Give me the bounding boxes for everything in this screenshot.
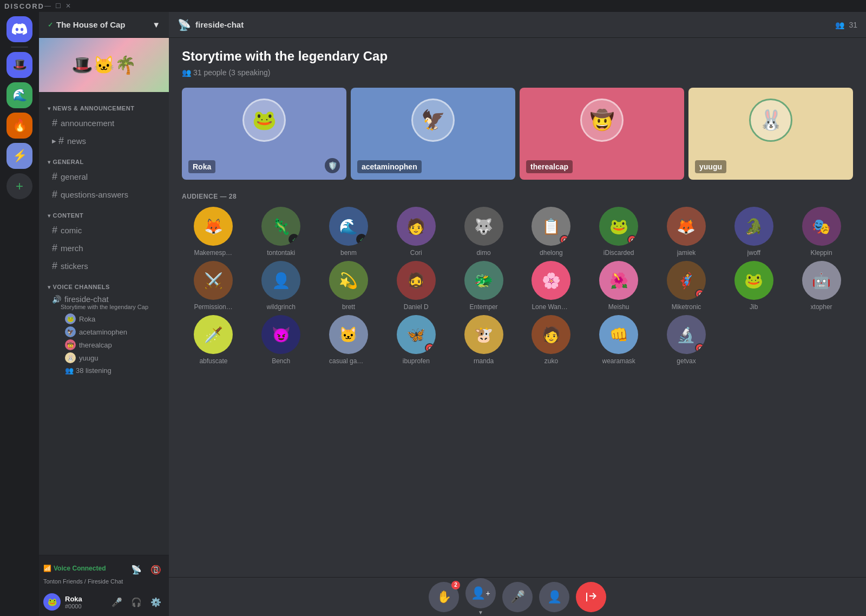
raise-hand-badge: 2 [451, 581, 460, 589]
audience-member-name: wildgrinch [267, 303, 296, 311]
channel-item-questions[interactable]: # questions-answers [43, 186, 165, 203]
hash-icon: # [52, 260, 57, 272]
audience-member: 🐺dimo [452, 207, 515, 257]
category-news-announcement[interactable]: ▾ NEWS & ANNOUNCEMENT [39, 96, 169, 114]
audience-avatar: 👤 [261, 261, 300, 300]
server-icon-4[interactable]: ⚡ [6, 143, 32, 169]
audience-avatar: 🧑 [532, 315, 570, 354]
channel-item-announcement[interactable]: # announcement [43, 114, 165, 132]
hash-icon: # [58, 135, 64, 147]
audience-member-name: Lone Wanderer [532, 303, 570, 311]
mute-button[interactable]: 🎤 [108, 593, 126, 611]
audience-avatar: 🐮 [464, 315, 503, 354]
speaker-name-roka: Roka [188, 160, 215, 173]
audience-member: 🦎✓tontontaki [250, 207, 313, 257]
speaker-name-therealcap: therealcap [526, 160, 573, 173]
headphones-button[interactable]: 🎧 [128, 593, 145, 611]
user-controls: 🎤 🎧 ⚙️ [108, 593, 165, 611]
server-icon-3[interactable]: 🔥 [6, 113, 32, 139]
leave-stage-button[interactable] [576, 582, 606, 612]
audience-member: 📋🔇dhelong [520, 207, 583, 257]
audience-member-name: iDiscarded [603, 249, 634, 257]
minimize-button[interactable]: — [44, 2, 51, 10]
audience-grid: 🦊Makemespeakrr🦎✓tontontaki🌊✓benm🧑Cori🐺di… [182, 207, 853, 365]
add-server-button[interactable]: + [6, 173, 32, 199]
category-content[interactable]: ▾ CONTENT [39, 204, 169, 221]
close-button[interactable]: ✕ [65, 2, 71, 10]
shield-icon: 🛡️ [325, 158, 340, 173]
audience-member-name: Bench [272, 357, 290, 365]
audience-section: AUDIENCE — 28 🦊Makemespeakrr🦎✓tontontaki… [182, 193, 853, 365]
audience-avatar: 🗡️ [194, 315, 233, 354]
maximize-button[interactable]: ☐ [55, 2, 61, 10]
audience-avatar: ⚔️ [194, 261, 233, 300]
category-voice[interactable]: ▾ VOICE CHANNELS [39, 275, 169, 292]
audience-member-name: brett [342, 303, 355, 311]
voice-disconnect-icon[interactable]: 📵 [147, 561, 165, 578]
voice-user-avatar: 🐸 [65, 313, 76, 324]
category-general[interactable]: ▾ GENERAL [39, 150, 169, 167]
server-banner: 🎩🐱🌴 [39, 38, 169, 92]
server-icon-discord[interactable] [6, 16, 32, 42]
audience-member: 🌺Meishu [587, 261, 651, 311]
mute-icon: 🔇 [425, 343, 435, 353]
stage-meta: 👥 31 people (3 speaking) [182, 68, 853, 77]
audience-header: AUDIENCE — 28 [182, 193, 853, 200]
people-icon: 👥 [65, 366, 74, 375]
mic-button[interactable]: 🎤 [502, 582, 533, 612]
hash-icon: # [52, 243, 57, 254]
audience-member-name: ibuprofen [403, 357, 430, 365]
mute-icon: 🔇 [695, 343, 705, 353]
server-icon-2[interactable]: 🌊 [6, 82, 32, 108]
settings-button[interactable]: ⚙️ [147, 593, 165, 611]
speaker-name-yuugu: yuugu [695, 160, 726, 173]
audience-member: 🐊jwoff [722, 207, 785, 257]
stage-area: Storytime with the legendary Cap 👥 31 pe… [169, 38, 866, 577]
window-controls[interactable]: — ☐ ✕ [44, 2, 71, 10]
voice-user-avatar: 🤠 [65, 339, 76, 350]
audience-avatar: 📋🔇 [532, 207, 570, 246]
audience-avatar: 👊 [599, 315, 638, 354]
add-user-button[interactable]: 👤 [539, 582, 569, 612]
channel-item-merch[interactable]: # merch [43, 239, 165, 257]
audience-member: 🐸🔇iDiscarded [587, 207, 651, 257]
stage-channel-icon: 📡 [178, 18, 191, 31]
audience-member-name: Makemespeakrr [194, 249, 233, 257]
header-right: 👥 31 [835, 21, 857, 29]
audience-member: 😈Bench [250, 315, 313, 365]
voice-user-acetaminophen: 🦅 acetaminophen [52, 325, 160, 338]
voice-user-yuugu: 🐰 yuugu [52, 351, 160, 364]
stage-bottom-bar: ✋ 2 👤 + ▼ 🎤 👤 [169, 577, 866, 616]
server-icon-1[interactable]: 🎩 [6, 52, 32, 78]
voice-settings-icon[interactable]: 📡 [128, 561, 145, 578]
content-header: 📡 fireside-chat 👥 31 [169, 12, 866, 38]
voice-user-avatar: 🦅 [65, 326, 76, 337]
channel-item-general[interactable]: # general [43, 168, 165, 185]
voice-channel-fireside[interactable]: 🔊 fireside-chat Storytime with the legen… [43, 293, 165, 378]
speakers-grid: 🐸 Roka 🛡️ 🦅 acetaminophen 🤠 therealcap [182, 88, 853, 180]
server-header[interactable]: ✓ The House of Cap ▼ [39, 12, 169, 38]
audience-avatar: 🐱 [329, 315, 368, 354]
speaker-avatar-therealcap: 🤠 [580, 99, 624, 142]
current-username: Roka [65, 595, 104, 603]
mute-icon: 🔇 [695, 289, 705, 299]
server-banner-image: 🎩🐱🌴 [39, 38, 169, 92]
raise-hand-button[interactable]: ✋ 2 [429, 582, 459, 612]
channel-item-news[interactable]: ▶ # news [43, 132, 165, 149]
audience-member-name: Daniel D [404, 303, 429, 311]
audience-avatar: 🌺 [599, 261, 638, 300]
audience-avatar: 🌸 [532, 261, 570, 300]
check-icon: ✓ [48, 21, 53, 29]
audience-member-name: Jib [750, 303, 758, 311]
audience-member: 🎭Kleppin [790, 207, 853, 257]
audience-avatar: 🧑 [397, 207, 436, 246]
voice-connected-bar: 📶 Voice Connected 📡 📵 Tonton Friends / F… [39, 555, 169, 588]
invite-button[interactable]: 👤 + [465, 578, 496, 608]
speaker-card-roka: 🐸 Roka 🛡️ [182, 88, 346, 180]
channel-item-comic[interactable]: # comic [43, 221, 165, 239]
speaker-avatar-yuugu: 🐰 [749, 99, 792, 142]
audience-avatar: 🔬🔇 [667, 315, 706, 354]
collapse-icon: ▾ [48, 159, 51, 165]
channel-item-stickers[interactable]: # stickers [43, 257, 165, 274]
hash-icon: # [52, 189, 57, 200]
